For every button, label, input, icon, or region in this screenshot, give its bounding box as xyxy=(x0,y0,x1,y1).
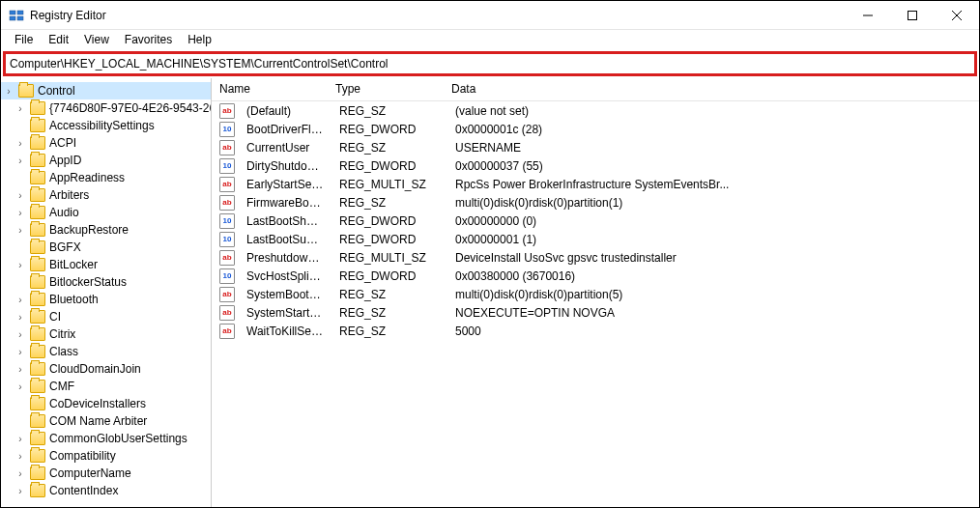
value-row[interactable]: abSystemStartOpti...REG_SZ NOEXECUTE=OPT… xyxy=(212,303,979,322)
expand-icon[interactable]: › xyxy=(14,138,26,149)
menu-favorites[interactable]: Favorites xyxy=(117,31,180,48)
value-row[interactable]: 10BootDriverFlagsREG_DWORD0x0000001c (28… xyxy=(212,120,979,138)
tree-item[interactable]: BitlockerStatus xyxy=(1,273,211,291)
expand-icon[interactable]: › xyxy=(14,312,26,323)
tree-item[interactable]: ›CI xyxy=(1,308,211,325)
expand-icon[interactable]: › xyxy=(14,434,26,444)
value-row[interactable]: abFirmwareBootD...REG_SZmulti(0)disk(0)r… xyxy=(212,193,979,212)
tree-item[interactable]: ›Control xyxy=(1,82,211,99)
expand-icon[interactable]: › xyxy=(14,486,26,496)
tree-item[interactable]: ›ContentIndex xyxy=(1,482,211,499)
tree-item[interactable]: ›CloudDomainJoin xyxy=(1,360,211,378)
value-row[interactable]: abCurrentUserREG_SZUSERNAME xyxy=(212,138,979,156)
value-name: DirtyShutdownC... xyxy=(239,159,331,173)
menubar: File Edit View Favorites Help xyxy=(1,30,979,49)
tree-item[interactable]: ›CMF xyxy=(1,378,211,395)
expand-icon[interactable]: › xyxy=(14,381,26,392)
string-value-icon: ab xyxy=(219,177,235,192)
value-data: 0x00000037 (55) xyxy=(447,159,979,173)
expand-icon[interactable]: › xyxy=(14,103,26,114)
expand-icon[interactable]: › xyxy=(14,155,26,166)
value-row[interactable]: abEarlyStartServicesREG_MULTI_SZRpcSs Po… xyxy=(212,175,979,193)
menu-file[interactable]: File xyxy=(7,31,41,48)
tree-item[interactable]: ›AppID xyxy=(1,152,211,169)
tree-item[interactable]: ›BackupRestore xyxy=(1,221,211,239)
value-row[interactable]: abWaitToKillServic...REG_SZ5000 xyxy=(212,322,979,340)
expand-icon[interactable]: › xyxy=(14,451,26,462)
value-type: REG_SZ xyxy=(331,325,447,338)
tree-item[interactable]: COM Name Arbiter xyxy=(1,412,211,430)
tree-item[interactable]: ›{7746D80F-97E0-4E26-9543-26B41 xyxy=(1,99,211,117)
value-type: REG_SZ xyxy=(331,196,447,210)
tree-item[interactable]: AppReadiness xyxy=(1,169,211,186)
tree-item[interactable]: ›CommonGlobUserSettings xyxy=(1,430,211,447)
expand-icon[interactable]: › xyxy=(3,86,14,97)
values-list[interactable]: ab(Default)REG_SZ(value not set)10BootDr… xyxy=(212,101,979,507)
tree-item[interactable]: ›BitLocker xyxy=(1,256,211,273)
tree-item[interactable]: CoDeviceInstallers xyxy=(1,395,211,412)
value-name: SystemStartOpti... xyxy=(239,306,331,320)
tree-item[interactable]: ›Class xyxy=(1,343,211,360)
expand-icon[interactable]: › xyxy=(14,260,26,270)
tree-item[interactable]: ›Bluetooth xyxy=(1,291,211,308)
tree-item[interactable]: ›Compatibility xyxy=(1,447,211,465)
tree-item[interactable]: ›ACPI xyxy=(1,134,211,152)
expand-icon[interactable]: › xyxy=(14,225,26,236)
folder-icon xyxy=(30,484,45,497)
address-bar[interactable] xyxy=(6,54,974,73)
folder-icon xyxy=(30,345,45,358)
expand-icon[interactable]: › xyxy=(14,295,26,305)
value-row[interactable]: 10DirtyShutdownC...REG_DWORD0x00000037 (… xyxy=(212,156,979,175)
value-row[interactable]: abPreshutdownOr...REG_MULTI_SZDeviceInst… xyxy=(212,248,979,267)
minimize-button[interactable] xyxy=(846,1,890,29)
value-row[interactable]: 10LastBootSuccee...REG_DWORD0x00000001 (… xyxy=(212,230,979,248)
expand-icon[interactable]: › xyxy=(14,347,26,357)
menu-view[interactable]: View xyxy=(76,31,117,48)
window-title: Registry Editor xyxy=(30,9,846,22)
address-bar-highlight xyxy=(3,51,977,76)
tree-item[interactable]: ›Citrix xyxy=(1,325,211,343)
value-name: LastBootShutdo... xyxy=(239,214,331,228)
value-name: LastBootSuccee... xyxy=(239,233,331,246)
expand-icon[interactable]: › xyxy=(14,468,26,479)
column-type[interactable]: Type xyxy=(328,78,444,100)
menu-edit[interactable]: Edit xyxy=(41,31,76,48)
value-data: multi(0)disk(0)rdisk(0)partition(5) xyxy=(447,288,979,301)
expand-icon[interactable]: › xyxy=(14,190,26,201)
tree-item-label: COM Name Arbiter xyxy=(49,414,147,428)
folder-icon xyxy=(30,432,45,445)
folder-icon xyxy=(30,449,45,463)
expand-icon[interactable]: › xyxy=(14,329,26,340)
menu-help[interactable]: Help xyxy=(180,31,219,48)
tree-item[interactable]: ›Audio xyxy=(1,204,211,221)
tree-item-label: Compatibility xyxy=(49,449,116,463)
window-controls xyxy=(846,1,979,29)
tree-item[interactable]: ›ComputerName xyxy=(1,465,211,482)
tree-item-label: Citrix xyxy=(49,327,75,341)
tree-item-label: CloudDomainJoin xyxy=(49,362,141,376)
maximize-button[interactable] xyxy=(890,1,935,29)
tree-item-label: CI xyxy=(49,310,61,324)
value-row[interactable]: ab(Default)REG_SZ(value not set) xyxy=(212,101,979,120)
dword-value-icon: 10 xyxy=(219,158,235,174)
tree-item-label: AppReadiness xyxy=(49,171,125,184)
tree-item[interactable]: AccessibilitySettings xyxy=(1,117,211,134)
svg-rect-0 xyxy=(10,11,15,14)
expand-icon[interactable]: › xyxy=(14,208,26,218)
tree-item[interactable]: BGFX xyxy=(1,239,211,256)
main-splitter: ›Control›{7746D80F-97E0-4E26-9543-26B41A… xyxy=(1,78,979,507)
column-name[interactable]: Name xyxy=(212,78,328,100)
value-row[interactable]: 10LastBootShutdo...REG_DWORD0x00000000 (… xyxy=(212,212,979,230)
close-button[interactable] xyxy=(935,1,979,29)
expand-icon[interactable]: › xyxy=(14,364,26,375)
string-value-icon: ab xyxy=(219,324,235,339)
string-value-icon: ab xyxy=(219,195,235,211)
value-name: PreshutdownOr... xyxy=(239,251,331,265)
tree-scroll[interactable]: ›Control›{7746D80F-97E0-4E26-9543-26B41A… xyxy=(1,78,211,507)
tree-item[interactable]: ›Arbiters xyxy=(1,186,211,204)
value-type: REG_DWORD xyxy=(331,233,447,246)
folder-icon xyxy=(30,188,45,202)
value-row[interactable]: 10SvcHostSplitThr...REG_DWORD0x00380000 … xyxy=(212,267,979,285)
value-row[interactable]: abSystemBootDevi...REG_SZmulti(0)disk(0)… xyxy=(212,285,979,303)
column-data[interactable]: Data xyxy=(444,78,979,100)
